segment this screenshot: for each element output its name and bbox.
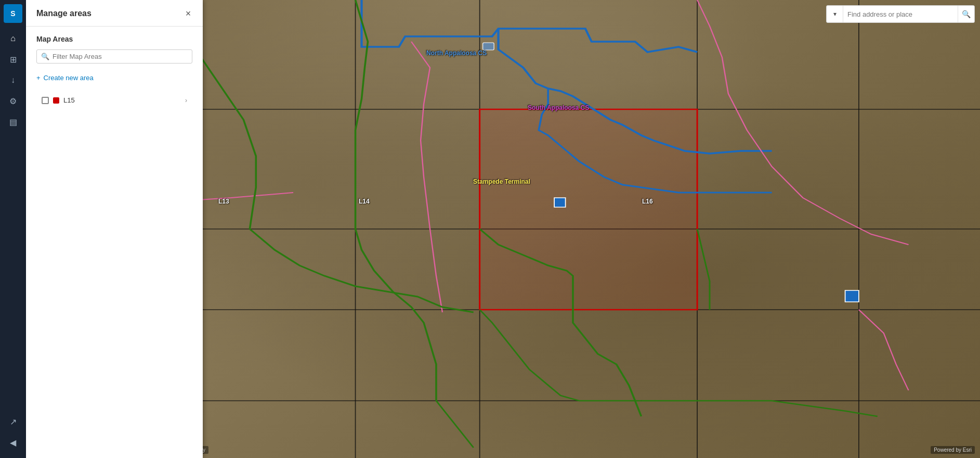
panel-section-title: Map Areas	[36, 35, 192, 43]
plus-icon: +	[36, 74, 41, 82]
create-area-label: Create new area	[44, 74, 94, 82]
area-checkbox[interactable]	[42, 97, 49, 104]
area-label: L15	[63, 96, 181, 104]
map-search-bar[interactable]: ▾ 🔍	[826, 5, 975, 23]
search-dropdown-button[interactable]: ▾	[827, 6, 843, 22]
app-logo[interactable]: S	[4, 4, 22, 23]
create-area-button[interactable]: + Create new area	[36, 72, 94, 84]
manage-areas-dialog: Manage areas × Map Areas 🔍 + Create new …	[26, 0, 203, 458]
main-area: North Appaloosa CS South Appaloosa CS St…	[26, 0, 980, 458]
collapse-icon[interactable]: ◀	[4, 433, 22, 452]
dialog-title: Manage areas	[36, 9, 92, 18]
area-list-item[interactable]: L15 ›	[36, 92, 192, 108]
search-submit-button[interactable]: 🔍	[958, 6, 974, 22]
share-icon[interactable]: ↗	[4, 412, 22, 431]
search-input[interactable]	[843, 7, 958, 21]
download-icon[interactable]: ↓	[4, 71, 22, 90]
map-attribution-right: Powered by Esri	[931, 446, 975, 454]
area-color-indicator	[53, 97, 59, 104]
dialog-header: Manage areas ×	[26, 0, 203, 27]
home-icon[interactable]: ⌂	[4, 29, 22, 48]
filter-input-wrap[interactable]: 🔍	[36, 49, 192, 63]
area-chevron-icon[interactable]: ›	[185, 97, 187, 104]
left-nav: S ⌂ ⊞ ↓ ⚙ ▤ ↗ ◀	[0, 0, 26, 458]
app-shell: S ⌂ ⊞ ↓ ⚙ ▤ ↗ ◀	[0, 0, 980, 458]
dialog-close-button[interactable]: ×	[182, 7, 194, 20]
dialog-body: Map Areas 🔍 + Create new area L15 ›	[26, 27, 203, 458]
settings-icon[interactable]: ⚙	[4, 92, 22, 110]
table-icon[interactable]: ▤	[4, 112, 22, 131]
filter-search-icon: 🔍	[41, 53, 49, 60]
filter-input[interactable]	[53, 53, 188, 60]
layers-icon[interactable]: ⊞	[4, 50, 22, 69]
